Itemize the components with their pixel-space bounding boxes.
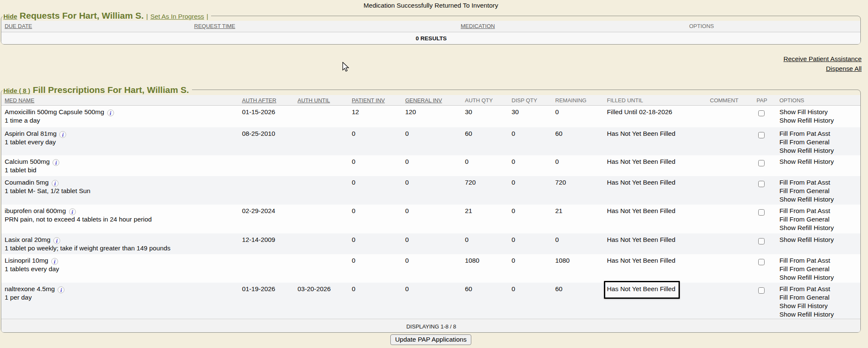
med-name: ibuprofen oral 600mg	[5, 207, 66, 214]
option-link-show-refill-history[interactable]: Show Refill History	[779, 224, 834, 231]
displaying-text: DISPLAYING 1-8 / 8	[1, 319, 860, 332]
remaining-cell: 0	[553, 155, 604, 176]
filled-until-cell: Has Not Yet Been Filled	[604, 127, 707, 155]
option-link-show-refill-history[interactable]: Show Refill History	[779, 196, 834, 203]
filled-until-text: Has Not Yet Been Filled	[607, 236, 676, 243]
option-link-show-fill-history[interactable]: Show Fill History	[779, 302, 828, 309]
info-icon[interactable]: i	[52, 180, 58, 187]
comment-cell	[707, 155, 754, 176]
column-header-med-name[interactable]: MED NAME	[1, 95, 239, 106]
option-link-show-refill-history[interactable]: Show Refill History	[779, 274, 834, 281]
option-link-fill-from-pat-asst[interactable]: Fill From Pat Asst	[779, 257, 830, 264]
options-cell: Fill From Pat AsstFill From GeneralShow …	[777, 254, 860, 283]
column-header-patient-inv[interactable]: PATIENT INV	[349, 95, 403, 106]
option-line: Fill From Pat Asst	[779, 285, 858, 293]
column-header-auth-after[interactable]: AUTH AFTER	[239, 95, 295, 106]
option-link-fill-from-pat-asst[interactable]: Fill From Pat Asst	[779, 207, 830, 214]
disp-qty-cell: 0	[509, 176, 553, 205]
fill-hide-link[interactable]: Hide ( 8 )	[3, 87, 30, 94]
requests-header-row: DUE DATEREQUEST TIMEMEDICATIONOPTIONS	[1, 21, 860, 32]
option-line: Show Refill History	[779, 236, 858, 244]
set-as-in-progress-link[interactable]: Set As In Progress	[150, 13, 204, 20]
column-header-auth-until[interactable]: AUTH UNTIL	[295, 95, 349, 106]
med-sig: 1 tablet po weekly; take if weight great…	[5, 244, 237, 253]
filled-until-cell: Has Not Yet Been Filled	[604, 254, 707, 283]
med-name-line: Calcium 500mgi	[5, 157, 237, 166]
auth-after-cell	[239, 254, 295, 283]
filled-until-cell: Has Not Yet Been Filled	[604, 155, 707, 176]
option-link-fill-from-general[interactable]: Fill From General	[779, 216, 829, 223]
remaining-cell: 60	[553, 283, 604, 319]
general-inv-cell: 0	[403, 254, 462, 283]
auth-until-cell	[295, 233, 349, 254]
filled-until-cell: Has Not Yet Been Filled	[604, 176, 707, 205]
info-icon[interactable]: i	[59, 131, 66, 138]
comment-cell	[707, 205, 754, 233]
pap-checkbox[interactable]	[758, 209, 765, 216]
pap-checkbox[interactable]	[758, 238, 765, 244]
med-name-line: ibuprofen oral 600mgi	[5, 207, 237, 215]
info-icon[interactable]: i	[51, 258, 58, 265]
remaining-cell: 21	[553, 205, 604, 233]
info-icon[interactable]: i	[53, 237, 60, 244]
option-link-fill-from-pat-asst[interactable]: Fill From Pat Asst	[779, 179, 830, 186]
option-link-fill-from-pat-asst[interactable]: Fill From Pat Asst	[779, 130, 830, 137]
med-name-line: Lisinopril 10mgi	[5, 256, 237, 265]
update-pap-applications-button[interactable]: Update PAP Applications	[390, 334, 471, 345]
pap-checkbox[interactable]	[758, 181, 765, 187]
med-name: Lasix oral 20mg	[5, 236, 50, 243]
pap-checkbox[interactable]	[758, 259, 765, 265]
option-link-show-refill-history[interactable]: Show Refill History	[779, 311, 834, 318]
option-link-fill-from-pat-asst[interactable]: Fill From Pat Asst	[779, 285, 830, 292]
option-link-show-refill-history[interactable]: Show Refill History	[779, 236, 834, 243]
med-name-cell: ibuprofen oral 600mgiPRN pain, not to ex…	[1, 205, 239, 233]
pap-checkbox[interactable]	[758, 132, 765, 138]
med-name-cell: naltrexone 4.5mgi1 per day	[1, 283, 239, 319]
med-name-cell: Calcium 500mgi1 tablet bid	[1, 155, 239, 176]
info-icon[interactable]: i	[69, 208, 76, 215]
auth-qty-cell: 0	[462, 233, 509, 254]
auth-until-cell	[295, 155, 349, 176]
pap-checkbox[interactable]	[758, 287, 765, 294]
med-name-line: Lasix oral 20mgi	[5, 236, 237, 244]
options-cell: Fill From Pat AsstFill From GeneralShow …	[777, 176, 860, 205]
general-inv-cell: 0	[403, 205, 462, 233]
column-header-medication[interactable]: MEDICATION	[458, 21, 687, 32]
option-link-fill-from-general[interactable]: Fill From General	[779, 265, 829, 272]
option-link-show-refill-history[interactable]: Show Refill History	[779, 158, 834, 165]
column-header-disp-qty: DISP QTY	[509, 95, 553, 106]
requests-hide-link[interactable]: Hide	[3, 13, 17, 20]
option-line: Fill From General	[779, 265, 858, 273]
receive-patient-assistance-link[interactable]: Receive Patient Assistance	[783, 55, 862, 62]
option-line: Fill From Pat Asst	[779, 129, 858, 138]
fill-header-row: MED NAMEAUTH AFTERAUTH UNTILPATIENT INVG…	[1, 95, 860, 106]
info-icon[interactable]: i	[58, 286, 64, 293]
option-link-fill-from-general[interactable]: Fill From General	[779, 187, 829, 194]
option-link-fill-from-general[interactable]: Fill From General	[779, 138, 829, 146]
med-name-cell: Lisinopril 10mgi1 tablets every day	[1, 254, 239, 283]
fill-prescriptions-table: MED NAMEAUTH AFTERAUTH UNTILPATIENT INVG…	[1, 95, 860, 332]
option-line: Fill From General	[779, 187, 858, 195]
pap-checkbox[interactable]	[758, 160, 765, 166]
column-header-comment: COMMENT	[707, 95, 754, 106]
column-header-general-inv[interactable]: GENERAL INV	[403, 95, 462, 106]
disp-qty-cell: 0	[509, 155, 553, 176]
option-link-show-refill-history[interactable]: Show Refill History	[779, 117, 834, 124]
general-inv-cell: 0	[403, 176, 462, 205]
option-link-show-fill-history[interactable]: Show Fill History	[779, 108, 828, 115]
requests-section: Hide Requests For Hart, William S. | Set…	[1, 11, 861, 45]
info-icon[interactable]: i	[53, 159, 59, 166]
med-name-cell: Coumadin 5mgi1 tablet M- Sat, 1/2 tablet…	[1, 176, 239, 205]
filled-until-cell: Has Not Yet Been Filled	[604, 283, 707, 319]
requests-empty-row: 0 RESULTS	[1, 32, 860, 44]
requests-table: DUE DATEREQUEST TIMEMEDICATIONOPTIONS 0 …	[1, 21, 860, 44]
info-icon[interactable]: i	[107, 109, 114, 116]
option-link-show-refill-history[interactable]: Show Refill History	[779, 147, 834, 154]
column-header-due-date[interactable]: DUE DATE	[1, 21, 192, 32]
filled-until-text: Has Not Yet Been Filled	[607, 158, 676, 165]
option-link-fill-from-general[interactable]: Fill From General	[779, 294, 829, 301]
column-header-request-time[interactable]: REQUEST TIME	[192, 21, 458, 32]
pap-checkbox[interactable]	[758, 110, 765, 117]
dispense-all-link[interactable]: Dispense All	[826, 65, 862, 72]
filled-until-text: Has Not Yet Been Filled	[607, 285, 676, 292]
